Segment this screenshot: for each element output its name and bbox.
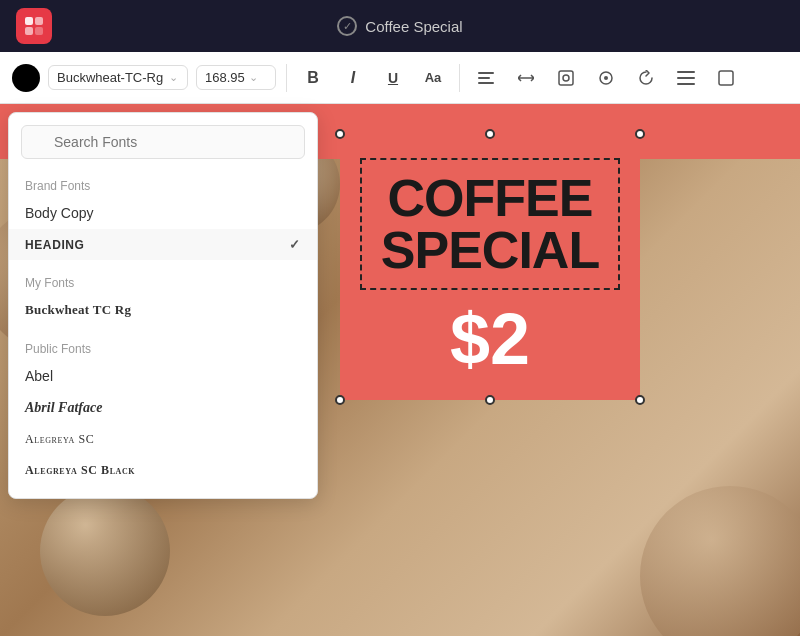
top-nav: ✓ Coffee Special: [0, 0, 800, 52]
font-dropdown-panel: 🔍 Brand Fonts Body Copy Heading ✓ My Fon…: [8, 112, 318, 499]
section-divider-1: [9, 260, 317, 268]
font-name-alegreya-sc-black: Alegreya SC Black: [25, 463, 135, 478]
font-search-input[interactable]: [21, 125, 305, 159]
svg-rect-4: [478, 72, 494, 74]
promo-card[interactable]: COFFEE SPECIAL $2: [340, 134, 640, 400]
selection-handle-bl[interactable]: [335, 395, 345, 405]
chevron-down-icon: ⌄: [169, 71, 178, 84]
font-size-value: 168.95: [205, 70, 245, 85]
section-divider-2: [9, 326, 317, 334]
layers-button[interactable]: [670, 62, 702, 94]
promo-title-line1: COFFEE: [374, 172, 606, 224]
font-item-abel[interactable]: Abel: [9, 360, 317, 392]
font-name-alegreya-sc: Alegreya SC: [25, 432, 94, 447]
svg-point-8: [563, 75, 569, 81]
expand-button[interactable]: [510, 62, 542, 94]
chevron-down-icon: ⌄: [249, 71, 258, 84]
document-title-area: ✓ Coffee Special: [337, 16, 462, 36]
svg-rect-14: [719, 71, 733, 85]
effects-button[interactable]: [590, 62, 622, 94]
font-item-alegreya-sc[interactable]: Alegreya SC: [9, 424, 317, 455]
selection-handle-br[interactable]: [635, 395, 645, 405]
font-name-label: Buckwheat-TC-Rg: [57, 70, 163, 85]
selection-handle-tl[interactable]: [335, 129, 345, 139]
my-fonts-section-label: My Fonts: [9, 268, 317, 294]
font-item-buckwheat[interactable]: Buckwheat TC Rg: [9, 294, 317, 326]
svg-point-10: [604, 76, 608, 80]
underline-button[interactable]: U: [377, 62, 409, 94]
font-name-body-copy: Body Copy: [25, 205, 93, 221]
font-selector[interactable]: Buckwheat-TC-Rg ⌄: [48, 65, 188, 90]
svg-rect-12: [677, 77, 695, 79]
font-size-input[interactable]: 168.95 ⌄: [196, 65, 276, 90]
promo-card-border: COFFEE SPECIAL: [360, 158, 620, 290]
font-name-buckwheat: Buckwheat TC Rg: [25, 302, 131, 318]
public-fonts-section-label: Public Fonts: [9, 334, 317, 360]
selection-handle-tr[interactable]: [635, 129, 645, 139]
svg-rect-6: [478, 82, 494, 84]
bold-button[interactable]: B: [297, 62, 329, 94]
font-item-heading[interactable]: Heading ✓: [9, 229, 317, 260]
font-search-wrapper: 🔍: [9, 113, 317, 171]
svg-rect-11: [677, 71, 695, 73]
toolbar-divider-1: [286, 64, 287, 92]
font-item-abril-fatface[interactable]: Abril Fatface: [9, 392, 317, 424]
promo-title-line2: SPECIAL: [374, 224, 606, 276]
color-picker-swatch[interactable]: [12, 64, 40, 92]
brand-fonts-section-label: Brand Fonts: [9, 171, 317, 197]
selection-handle-tm[interactable]: [485, 129, 495, 139]
app-logo[interactable]: [16, 8, 52, 44]
formatting-toolbar: Buckwheat-TC-Rg ⌄ 168.95 ⌄ B I U Aa: [0, 52, 800, 104]
frame-button[interactable]: [550, 62, 582, 94]
toolbar-divider-2: [459, 64, 460, 92]
selection-handle-bm[interactable]: [485, 395, 495, 405]
svg-rect-2: [25, 27, 33, 35]
coffee-cup-decoration-6: [40, 486, 170, 616]
svg-rect-5: [478, 77, 490, 79]
font-search-container: 🔍: [21, 125, 305, 159]
coffee-cup-decoration-3: [640, 486, 800, 636]
svg-rect-3: [35, 27, 43, 35]
svg-rect-1: [35, 17, 43, 25]
crop-button[interactable]: [710, 62, 742, 94]
svg-rect-7: [559, 71, 573, 85]
save-status-icon: ✓: [337, 16, 357, 36]
font-name-abril-fatface: Abril Fatface: [25, 400, 102, 416]
italic-button[interactable]: I: [337, 62, 369, 94]
svg-rect-0: [25, 17, 33, 25]
font-size-icon-button[interactable]: Aa: [417, 62, 449, 94]
font-name-abel: Abel: [25, 368, 53, 384]
text-align-button[interactable]: [470, 62, 502, 94]
rotate-button[interactable]: [630, 62, 662, 94]
font-name-heading: Heading: [25, 238, 85, 252]
main-content-area: 🔍 Brand Fonts Body Copy Heading ✓ My Fon…: [0, 104, 800, 636]
font-item-alegreya-sc-black[interactable]: Alegreya SC Black: [9, 455, 317, 486]
font-item-body-copy[interactable]: Body Copy: [9, 197, 317, 229]
svg-rect-13: [677, 83, 695, 85]
selected-check-icon: ✓: [289, 237, 301, 252]
promo-price: $2: [360, 298, 620, 380]
document-title: Coffee Special: [365, 18, 462, 35]
